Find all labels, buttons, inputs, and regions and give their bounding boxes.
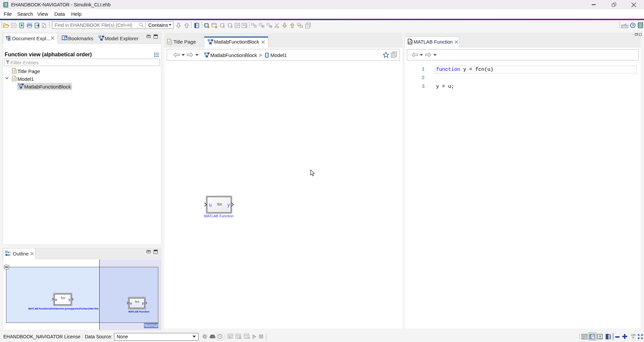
svg-text:A: A [43, 25, 44, 27]
svg-text:?: ? [632, 23, 634, 27]
svg-text:A: A [262, 25, 264, 28]
svg-text:10: 10 [228, 336, 231, 338]
